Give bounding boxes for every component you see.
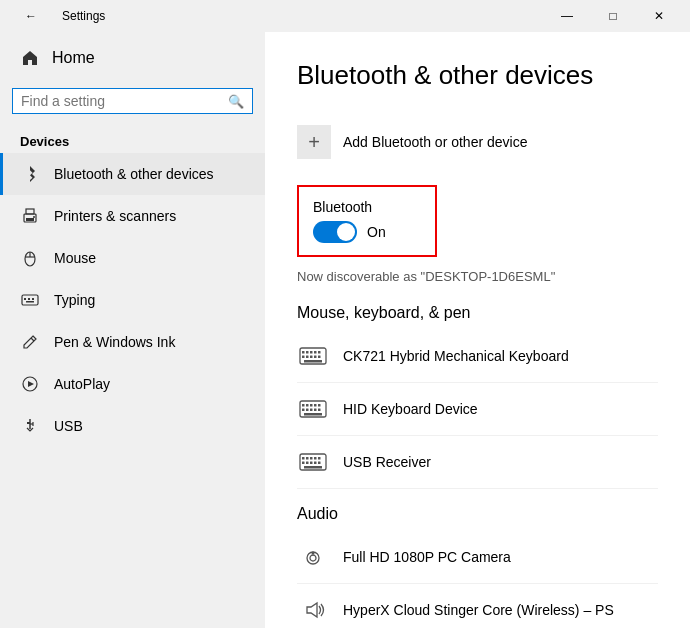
toggle-status-label: On bbox=[367, 224, 386, 240]
back-button[interactable]: ← bbox=[8, 0, 54, 32]
window-controls: — □ ✕ bbox=[544, 0, 682, 32]
bluetooth-toggle[interactable] bbox=[313, 221, 357, 243]
svg-rect-29 bbox=[318, 356, 321, 359]
svg-rect-41 bbox=[318, 409, 321, 412]
svg-rect-49 bbox=[302, 462, 305, 465]
svg-rect-35 bbox=[314, 404, 317, 407]
device-item[interactable]: HID Keyboard Device bbox=[297, 383, 658, 436]
bluetooth-icon bbox=[20, 164, 40, 184]
svg-marker-14 bbox=[28, 381, 34, 387]
svg-rect-47 bbox=[314, 457, 317, 460]
bluetooth-section: Bluetooth On bbox=[297, 185, 437, 257]
svg-rect-36 bbox=[318, 404, 321, 407]
device-name: USB Receiver bbox=[343, 454, 431, 470]
device-item[interactable]: USB Receiver bbox=[297, 436, 658, 489]
svg-rect-48 bbox=[318, 457, 321, 460]
app-title: Settings bbox=[62, 9, 105, 23]
device-sections: Mouse, keyboard, & pen CK721 Hybrid Mech… bbox=[297, 304, 658, 628]
title-bar-left: ← Settings bbox=[8, 0, 105, 32]
svg-rect-40 bbox=[314, 409, 317, 412]
svg-marker-58 bbox=[307, 603, 317, 617]
sidebar-item-label: USB bbox=[54, 418, 83, 434]
pen-icon bbox=[20, 332, 40, 352]
bluetooth-label: Bluetooth bbox=[313, 199, 421, 215]
maximize-button[interactable]: □ bbox=[590, 0, 636, 32]
audio-icon bbox=[297, 594, 329, 626]
svg-rect-32 bbox=[302, 404, 305, 407]
sidebar-item-typing[interactable]: Typing bbox=[0, 279, 265, 321]
close-button[interactable]: ✕ bbox=[636, 0, 682, 32]
svg-rect-2 bbox=[26, 218, 34, 221]
device-item[interactable]: CK721 Hybrid Mechanical Keyboard bbox=[297, 330, 658, 383]
sidebar-item-home[interactable]: Home bbox=[0, 32, 265, 84]
title-bar: ← Settings — □ ✕ bbox=[0, 0, 690, 32]
sidebar-items-list: Bluetooth & other devices Printers & sca… bbox=[0, 153, 265, 447]
sidebar-item-label: AutoPlay bbox=[54, 376, 110, 392]
home-label: Home bbox=[52, 49, 95, 67]
svg-point-56 bbox=[310, 555, 316, 561]
sidebar-item-mouse[interactable]: Mouse bbox=[0, 237, 265, 279]
usb-icon bbox=[20, 416, 40, 436]
printers-icon bbox=[20, 206, 40, 226]
sidebar-item-label: Mouse bbox=[54, 250, 96, 266]
minimize-button[interactable]: — bbox=[544, 0, 590, 32]
sidebar-item-autoplay[interactable]: AutoPlay bbox=[0, 363, 265, 405]
page-title: Bluetooth & other devices bbox=[297, 60, 658, 91]
sidebar-item-pen[interactable]: Pen & Windows Ink bbox=[0, 321, 265, 363]
svg-rect-25 bbox=[302, 356, 305, 359]
toggle-row: On bbox=[313, 221, 421, 243]
svg-rect-39 bbox=[310, 409, 313, 412]
svg-rect-38 bbox=[306, 409, 309, 412]
section-label: Devices bbox=[0, 126, 265, 153]
keyboard-icon bbox=[297, 446, 329, 478]
svg-rect-24 bbox=[318, 351, 321, 354]
svg-rect-46 bbox=[310, 457, 313, 460]
keyboard-icon bbox=[297, 340, 329, 372]
svg-rect-21 bbox=[306, 351, 309, 354]
sidebar-item-label: Printers & scanners bbox=[54, 208, 176, 224]
svg-rect-1 bbox=[26, 209, 34, 214]
svg-rect-23 bbox=[314, 351, 317, 354]
svg-rect-51 bbox=[310, 462, 313, 465]
sidebar-item-label: Typing bbox=[54, 292, 95, 308]
search-input[interactable] bbox=[21, 93, 222, 109]
camera-icon bbox=[297, 541, 329, 573]
discoverable-text: Now discoverable as "DESKTOP-1D6ESML" bbox=[297, 269, 658, 284]
svg-rect-33 bbox=[306, 404, 309, 407]
sidebar-item-printers[interactable]: Printers & scanners bbox=[0, 195, 265, 237]
toggle-knob bbox=[337, 223, 355, 241]
mouse-icon bbox=[20, 248, 40, 268]
svg-rect-54 bbox=[304, 466, 322, 469]
svg-rect-37 bbox=[302, 409, 305, 412]
device-name: Full HD 1080P PC Camera bbox=[343, 549, 511, 565]
app-body: Home 🔍 Devices Bluetooth & other devices… bbox=[0, 32, 690, 628]
sidebar-item-label: Pen & Windows Ink bbox=[54, 334, 175, 350]
svg-rect-22 bbox=[310, 351, 313, 354]
device-name: HyperX Cloud Stinger Core (Wireless) – P… bbox=[343, 602, 614, 618]
svg-rect-8 bbox=[24, 298, 26, 300]
svg-point-3 bbox=[33, 216, 35, 218]
svg-point-57 bbox=[312, 552, 315, 555]
keyboard-icon bbox=[297, 393, 329, 425]
svg-line-12 bbox=[31, 338, 34, 341]
svg-rect-16 bbox=[27, 422, 30, 424]
home-icon bbox=[20, 48, 40, 68]
svg-rect-20 bbox=[302, 351, 305, 354]
sidebar-item-usb[interactable]: USB bbox=[0, 405, 265, 447]
section-heading: Mouse, keyboard, & pen bbox=[297, 304, 658, 322]
sidebar-item-bluetooth[interactable]: Bluetooth & other devices bbox=[0, 153, 265, 195]
section-heading: Audio bbox=[297, 505, 658, 523]
svg-rect-10 bbox=[32, 298, 34, 300]
svg-rect-26 bbox=[306, 356, 309, 359]
add-device-button[interactable]: + Add Bluetooth or other device bbox=[297, 115, 658, 169]
search-icon: 🔍 bbox=[228, 94, 244, 109]
svg-rect-52 bbox=[314, 462, 317, 465]
add-icon: + bbox=[297, 125, 331, 159]
add-device-label: Add Bluetooth or other device bbox=[343, 134, 527, 150]
svg-rect-9 bbox=[28, 298, 30, 300]
device-name: CK721 Hybrid Mechanical Keyboard bbox=[343, 348, 569, 364]
device-item[interactable]: HyperX Cloud Stinger Core (Wireless) – P… bbox=[297, 584, 658, 628]
device-item[interactable]: Full HD 1080P PC Camera bbox=[297, 531, 658, 584]
autoplay-icon bbox=[20, 374, 40, 394]
search-box[interactable]: 🔍 bbox=[12, 88, 253, 114]
